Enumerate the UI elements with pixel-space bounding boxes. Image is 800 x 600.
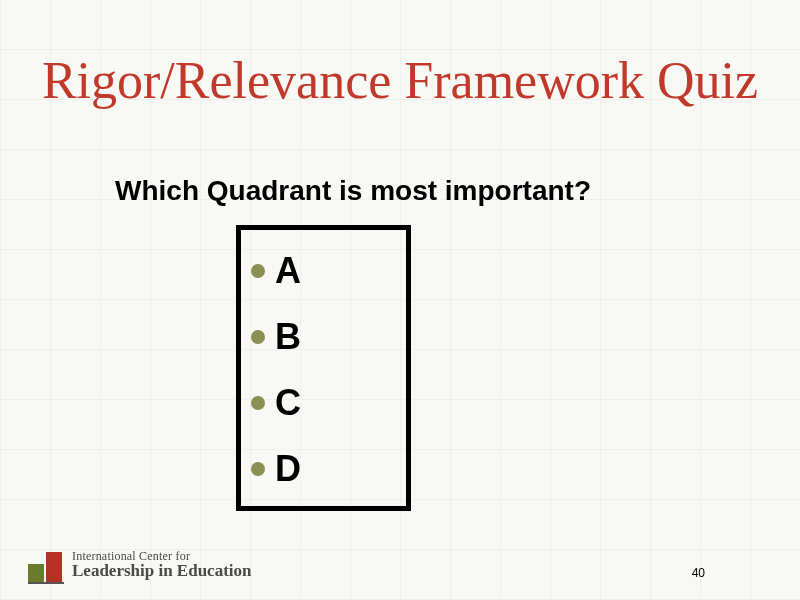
bullet-icon — [251, 330, 265, 344]
bullet-icon — [251, 462, 265, 476]
slide: Rigor/Relevance Framework Quiz Which Qua… — [0, 0, 800, 600]
option-d[interactable]: D — [241, 436, 406, 502]
page-number: 40 — [692, 566, 705, 580]
logo-line2: Leadership in Education — [72, 562, 252, 579]
option-b[interactable]: B — [241, 304, 406, 370]
option-c[interactable]: C — [241, 370, 406, 436]
logo-mark-icon — [28, 546, 64, 582]
options-box: A B C D — [236, 225, 411, 511]
logo-line1: International Center for — [72, 550, 252, 562]
quiz-question: Which Quadrant is most important? — [115, 175, 591, 207]
bullet-icon — [251, 264, 265, 278]
bullet-icon — [251, 396, 265, 410]
slide-title: Rigor/Relevance Framework Quiz — [0, 54, 800, 109]
option-label: B — [275, 316, 301, 358]
logo-text: International Center for Leadership in E… — [72, 550, 252, 579]
option-label: A — [275, 250, 301, 292]
option-label: C — [275, 382, 301, 424]
option-label: D — [275, 448, 301, 490]
option-a[interactable]: A — [241, 238, 406, 304]
footer-logo: International Center for Leadership in E… — [28, 546, 252, 582]
